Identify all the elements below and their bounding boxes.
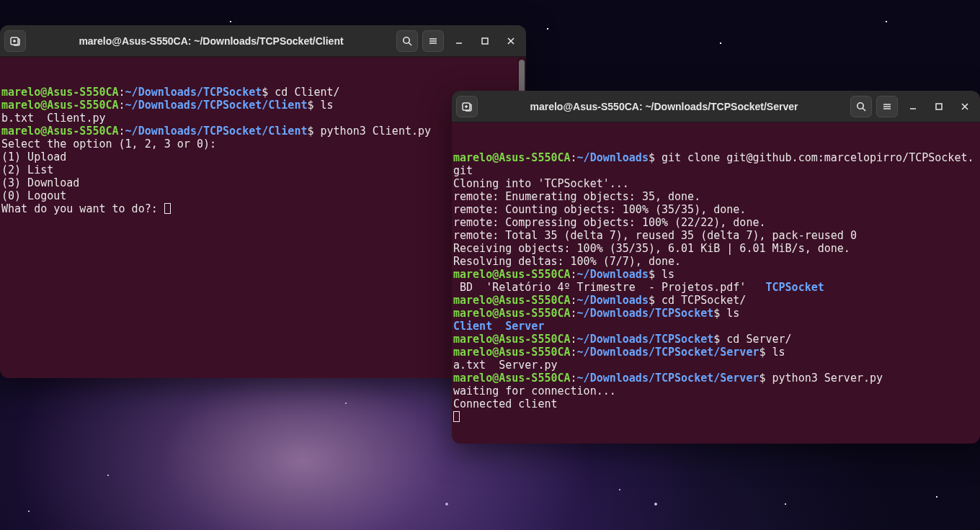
terminal-line: marelo@Asus-S550CA:~/Downloads/TCPSocket… [1,125,522,138]
terminal-line: (2) List [1,163,522,176]
svg-rect-2 [482,38,488,44]
terminal-line: marelo@Asus-S550CA:~/Downloads/TCPSocket… [1,99,522,112]
titlebar[interactable]: marelo@Asus-S550CA: ~/Downloads/TCPSocke… [452,91,980,122]
terminal-line: marelo@Asus-S550CA:~/Downloads/TCPSocket… [453,333,976,346]
close-button[interactable] [500,30,522,52]
terminal-line: remote: Counting objects: 100% (35/35), … [453,203,976,216]
terminal-output[interactable]: marelo@Asus-S550CA:~/Downloads$ git clon… [452,122,980,444]
terminal-line: Client Server [453,320,976,333]
svg-rect-5 [936,104,942,109]
terminal-line: marelo@Asus-S550CA:~/Downloads/TCPSocket… [453,346,976,359]
terminal-line: b.txt Client.py [1,112,522,125]
hamburger-icon [881,101,893,112]
terminal-window-server: marelo@Asus-S550CA: ~/Downloads/TCPSocke… [452,91,980,444]
terminal-line: (0) Logout [1,189,522,202]
terminal-line: marelo@Asus-S550CA:~/Downloads$ ls [453,268,976,281]
terminal-line: waiting for connection... [453,385,976,398]
maximize-icon [480,36,490,46]
svg-point-1 [404,37,409,42]
terminal-line: remote: Total 35 (delta 7), reused 35 (d… [453,229,976,242]
terminal-window-client: marelo@Asus-S550CA: ~/Downloads/TCPSocke… [0,25,526,378]
terminal-line: Resolving deltas: 100% (7/7), done. [453,255,976,268]
terminal-line: marelo@Asus-S550CA:~/Downloads/TCPSocket… [1,86,522,99]
terminal-line: marelo@Asus-S550CA:~/Downloads/TCPSocket… [453,307,976,320]
minimize-button[interactable] [448,30,470,52]
terminal-line: Receiving objects: 100% (35/35), 6.01 Ki… [453,242,976,255]
terminal-line: What do you want to do?: [1,202,522,215]
maximize-button[interactable] [928,96,950,117]
new-tab-icon [461,101,473,112]
terminal-line: remote: Compressing objects: 100% (22/22… [453,216,976,229]
new-tab-icon [9,35,21,47]
terminal-line: marelo@Asus-S550CA:~/Downloads/TCPSocket… [453,372,976,385]
new-tab-button[interactable] [4,30,26,52]
terminal-line: git [453,164,976,177]
hamburger-menu-button[interactable] [876,96,898,117]
maximize-button[interactable] [474,30,496,52]
window-title: marelo@Asus-S550CA: ~/Downloads/TCPSocke… [482,101,846,112]
terminal-line: (1) Upload [1,151,522,163]
terminal-line: BD 'Relatório 4º Trimestre - Projetos.pd… [453,281,976,294]
svg-point-4 [858,102,863,108]
terminal-line: (3) Download [1,176,522,189]
titlebar[interactable]: marelo@Asus-S550CA: ~/Downloads/TCPSocke… [0,25,526,57]
terminal-line: Select the option (1, 2, 3 or 0): [1,138,522,151]
search-button[interactable] [850,96,872,117]
search-button[interactable] [396,30,418,52]
new-tab-button[interactable] [456,96,478,117]
terminal-line: Connected client [453,398,976,410]
hamburger-icon [427,35,439,47]
close-icon [506,36,516,46]
hamburger-menu-button[interactable] [422,30,444,52]
terminal-line: Cloning into 'TCPSocket'... [453,177,976,190]
minimize-button[interactable] [902,96,924,117]
terminal-output[interactable]: marelo@Asus-S550CA:~/Downloads/TCPSocket… [0,57,526,378]
window-title: marelo@Asus-S550CA: ~/Downloads/TCPSocke… [30,35,392,47]
close-button[interactable] [954,96,976,117]
terminal-line: a.txt Server.py [453,359,976,372]
search-icon [855,101,867,112]
terminal-line: remote: Enumerating objects: 35, done. [453,190,976,203]
terminal-line: marelo@Asus-S550CA:~/Downloads$ git clon… [453,151,976,164]
maximize-icon [934,102,944,112]
terminal-line [453,410,976,423]
search-icon [401,35,413,47]
minimize-icon [454,36,464,46]
close-icon [960,102,970,112]
minimize-icon [908,102,918,112]
text-cursor [453,411,460,422]
text-cursor [164,203,171,214]
terminal-line: marelo@Asus-S550CA:~/Downloads$ cd TCPSo… [453,294,976,307]
